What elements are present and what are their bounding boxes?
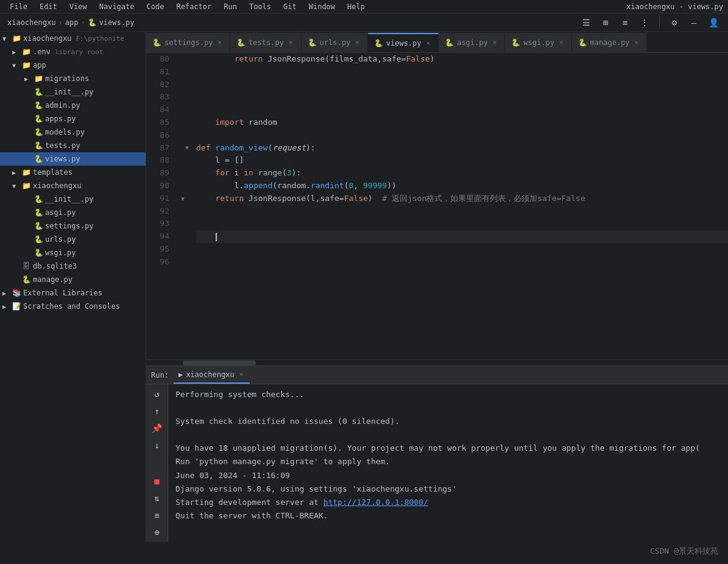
run-line-1: Performing system checks... [175,388,721,401]
tree-item-root[interactable]: ▼ 📁 xiaochengxu F:\pythonite [0,32,146,45]
menu-file[interactable]: File [5,0,32,13]
run-scroll-up-btn[interactable]: ↑ [150,404,164,418]
tab-wsgi[interactable]: 🐍 wsgi.py ✕ [505,33,571,52]
tree-item-asgi[interactable]: 🐍 asgi.py [0,206,146,219]
run-line-10: Quit the server with CTRL-BREAK. [175,509,721,523]
arrow-env: ▶ [12,49,19,55]
menu-help[interactable]: Help [342,0,370,13]
run-extra-btn[interactable]: ⊕ [150,525,164,540]
server-url-link[interactable]: http://127.0.0.1:8000/ [323,498,428,507]
tab-tests-close[interactable]: ✕ [287,38,295,47]
code-line-94[interactable] [196,230,728,243]
folder-icon-app: 📁 [21,60,31,70]
run-stop-btn[interactable]: ■ [150,474,164,488]
structure-btn[interactable]: ⊞ [598,15,613,30]
tree-item-wsgi-sub[interactable]: 🐍 wsgi.py [0,246,146,259]
tab-views[interactable]: 🐍 views.py ✕ [368,33,439,52]
py-icon-init2: 🐍 [34,194,43,204]
tab-settings-close[interactable]: ✕ [216,38,224,47]
tab-urls[interactable]: 🐍 urls.py ✕ [302,33,368,52]
views-py-icon: 🐍 [88,18,97,27]
menu-git[interactable]: Git [278,0,302,13]
tree-item-settings-sub[interactable]: 🐍 settings.py [0,219,146,233]
py-icon-apps: 🐍 [34,114,43,124]
run-toolbar: ↺ ↑ 📌 ↓ ■ ⇅ ≡ ⊕ [146,384,168,542]
menu-refactor[interactable]: Refactor [171,0,216,13]
tree-item-urls-sub[interactable]: 🐍 urls.py [0,233,146,246]
tree-item-scratches[interactable]: ▶ 📝 Scratches and Consoles [0,300,146,313]
tree-item-models[interactable]: 🐍 models.py [0,125,146,139]
run-tab-xiaochengxu[interactable]: ▶ xiaochengxu ✕ [174,366,250,384]
tree-item-env[interactable]: ▶ 📁 .env library root [0,45,146,58]
breadcrumb-app[interactable]: app [65,18,79,27]
menu-navigate[interactable]: Navigate [94,0,140,13]
code-line-80: return JsonResponse(films_data,safe=Fals… [196,53,728,66]
collapse-btn[interactable]: ≡ [618,15,632,30]
tree-item-manage[interactable]: 🐍 manage.py [0,273,146,286]
tab-tests[interactable]: 🐍 tests.py ✕ [230,33,301,52]
tree-item-init1[interactable]: 🐍 __init__.py [0,85,146,99]
run-scroll-down-btn[interactable]: ↓ [150,438,164,453]
tree-item-xiaochengxu2[interactable]: ▼ 📁 xiaochengxu [0,179,146,192]
tab-views-icon: 🐍 [374,39,383,48]
run-line-5: You have 18 unapplied migration(s). Your… [175,442,721,455]
menu-window[interactable]: Window [304,0,340,13]
tree-item-ext-libs[interactable]: ▶ 📚 External Libraries [0,286,146,300]
folder-icon-root: 📁 [12,33,21,43]
tab-wsgi-icon: 🐍 [511,38,520,47]
run-pin-btn[interactable]: 📌 [150,421,164,435]
tree-label-urls-sub: urls.py [45,235,76,244]
run-more-btn[interactable]: ≡ [150,508,164,523]
tab-manage-close[interactable]: ✕ [633,38,641,47]
py-icon-admin: 🐍 [34,100,43,110]
breadcrumb-file[interactable]: 🐍 views.py [88,18,135,27]
tab-views-close[interactable]: ✕ [425,38,433,48]
tab-settings[interactable]: 🐍 settings.py ✕ [146,33,230,52]
menu-view[interactable]: View [65,0,92,13]
code-line-93 [196,217,728,230]
tree-item-init2[interactable]: 🐍 __init__.py [0,192,146,206]
tree-item-views[interactable]: 🐍 views.py [0,152,146,166]
tab-settings-label: settings.py [164,38,213,47]
sidebar-toggle-btn[interactable]: ☰ [579,15,593,30]
editor-hscrollbar[interactable] [146,359,728,365]
run-tab-close[interactable]: ✕ [238,370,246,379]
code-line-86 [196,129,728,142]
menu-tools[interactable]: Tools [244,0,276,13]
tree-item-apps[interactable]: 🐍 apps.py [0,112,146,125]
run-filter-btn[interactable]: ⇅ [150,491,164,506]
tree-item-templates[interactable]: ▶ 📁 templates [0,166,146,179]
tab-urls-close[interactable]: ✕ [353,38,361,47]
tab-wsgi-label: wsgi.py [523,38,554,47]
menu-edit[interactable]: Edit [35,0,62,13]
tab-manage-icon: 🐍 [578,38,587,47]
tree-item-admin[interactable]: 🐍 admin.py [0,99,146,112]
code-editor[interactable]: 80 81 82 83 84 85 86 87 88 89 90 91 92 9… [146,53,728,359]
hscrollbar-track[interactable] [146,361,728,365]
tree-item-app[interactable]: ▼ 📁 app [0,58,146,72]
menu-code[interactable]: Code [142,0,169,13]
breadcrumb-project[interactable]: xiaochengxu [7,18,55,27]
arrow-migrations: ▶ [24,76,32,82]
expand-btn[interactable]: ⋮ [637,15,652,30]
tab-manage[interactable]: 🐍 manage.py ✕ [572,33,648,52]
tree-label-asgi: asgi.py [45,208,76,217]
breadcrumb: xiaochengxu › app › 🐍 views.py ☰ ⊞ ≡ ⋮ ⚙… [0,13,728,32]
user-btn[interactable]: 👤 [706,15,721,30]
tree-item-tests[interactable]: 🐍 tests.py [0,139,146,152]
ext-libs-icon: 📚 [12,288,21,298]
minimize-btn[interactable]: — [687,15,701,30]
tab-wsgi-close[interactable]: ✕ [557,38,565,47]
tree-item-db[interactable]: 🗄 db.sqlite3 [0,259,146,273]
settings-btn[interactable]: ⚙ [667,15,682,30]
tab-asgi-close[interactable]: ✕ [491,38,499,47]
code-content[interactable]: return JsonResponse(films_data,safe=Fals… [190,53,728,359]
tree-item-migrations[interactable]: ▶ 📁 migrations [0,72,146,85]
tree-label-init2: __init__.py [45,195,93,203]
tab-asgi[interactable]: 🐍 asgi.py ✕ [439,33,505,52]
run-restart-btn[interactable]: ↺ [150,387,164,401]
hscrollbar-thumb[interactable] [183,361,256,365]
py-icon-settings-sub: 🐍 [34,221,43,231]
tree-label-templates: templates [33,168,72,177]
menu-run[interactable]: Run [219,0,242,13]
